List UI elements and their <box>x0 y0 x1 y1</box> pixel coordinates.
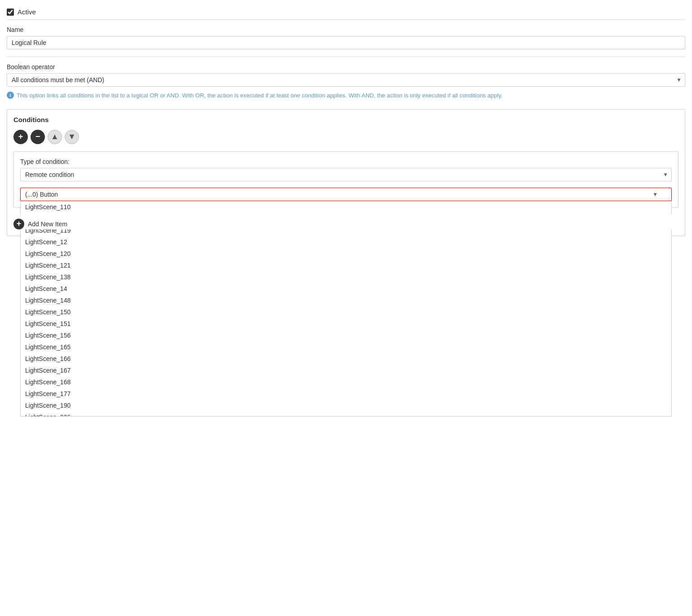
list-item[interactable]: LightScene_150 <box>21 306 671 318</box>
condition-type-label: Type of condition: <box>20 158 672 165</box>
active-row: Active <box>7 4 685 20</box>
conditions-toolbar: + − ▲ ▼ <box>13 130 679 144</box>
scene-dropdown-selected[interactable]: (...0) Button ▼ <box>20 188 672 201</box>
boolean-select[interactable]: All conditions must be met (AND) Any con… <box>7 73 685 87</box>
add-new-item-row[interactable]: + Add New Item <box>13 214 679 229</box>
info-text-row: i This option links all conditions in th… <box>7 91 685 100</box>
list-item[interactable]: LightScene_148 <box>21 295 671 306</box>
remove-condition-button[interactable]: − <box>31 130 45 144</box>
move-up-button[interactable]: ▲ <box>48 130 62 144</box>
name-label: Name <box>7 26 685 33</box>
list-item[interactable]: LightScene_120 <box>21 248 671 260</box>
list-item[interactable]: LightScene_177 <box>21 388 671 400</box>
info-text-content: This option links all conditions in the … <box>17 91 502 100</box>
list-item[interactable]: LightScene_156 <box>21 330 671 341</box>
list-item[interactable]: LightScene_14 <box>21 283 671 295</box>
list-item[interactable]: LightScene_165 <box>21 341 671 353</box>
list-item[interactable]: LightScene_167 <box>21 365 671 376</box>
condition-block: Type of condition: Remote condition Loca… <box>13 151 679 208</box>
active-checkbox[interactable] <box>7 9 14 16</box>
list-item[interactable]: LightScene_206 <box>21 411 671 417</box>
list-item[interactable]: LightScene_190 <box>21 400 671 411</box>
name-section: Name <box>7 26 685 49</box>
list-item[interactable]: LightScene_166 <box>21 353 671 365</box>
scene-dropdown-list[interactable]: LightScene_110 LightScene_114 LightScene… <box>20 201 672 417</box>
boolean-section: Boolean operator All conditions must be … <box>7 63 685 87</box>
scene-dropdown-container: (...0) Button ▼ LightScene_110 LightScen… <box>20 188 672 201</box>
conditions-title: Conditions <box>13 116 679 123</box>
list-item[interactable]: LightScene_138 <box>21 271 671 283</box>
add-condition-button[interactable]: + <box>13 130 28 144</box>
list-item[interactable]: LightScene_110 <box>21 201 671 213</box>
boolean-select-wrapper: All conditions must be met (AND) Any con… <box>7 73 685 87</box>
scene-dropdown-arrow: ▼ <box>652 191 658 198</box>
list-item[interactable]: LightScene_121 <box>21 260 671 271</box>
add-new-item-icon[interactable]: + <box>13 219 24 229</box>
move-down-button[interactable]: ▼ <box>65 130 79 144</box>
list-item[interactable]: LightScene_151 <box>21 318 671 330</box>
list-item[interactable]: LightScene_12 <box>21 236 671 248</box>
condition-type-select[interactable]: Remote condition Local condition Time co… <box>20 168 672 181</box>
info-icon: i <box>7 92 14 99</box>
condition-type-select-wrapper: Remote condition Local condition Time co… <box>20 168 672 181</box>
list-item[interactable]: LightScene_168 <box>21 376 671 388</box>
active-label: Active <box>18 8 36 16</box>
conditions-section: Conditions + − ▲ ▼ Type of condition: Re… <box>7 109 685 236</box>
name-input[interactable] <box>7 36 685 49</box>
boolean-label: Boolean operator <box>7 63 685 70</box>
add-new-item-label[interactable]: Add New Item <box>28 220 67 228</box>
scene-dropdown-value: (...0) Button <box>25 191 58 198</box>
